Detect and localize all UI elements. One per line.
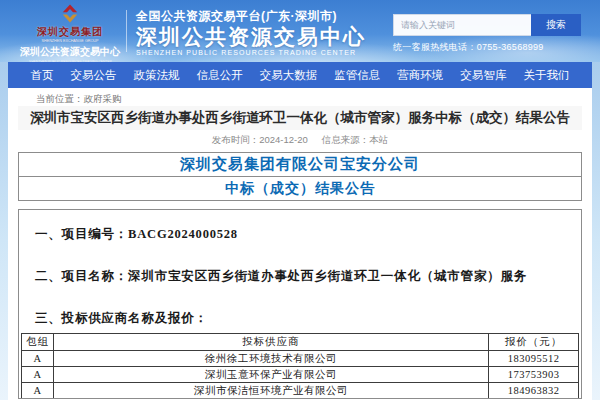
- hotline-text: 统一客服热线电话：0755-36568999: [393, 41, 544, 54]
- platform-name: 全国公共资源交易平台(广东·深圳市): [136, 8, 366, 25]
- site-titles: 全国公共资源交易平台(广东·深圳市) 深圳公共资源交易中心 SHENZHEN P…: [136, 8, 366, 57]
- bid-table-header-row: 包组 投标供应商 报价（元）: [22, 334, 579, 351]
- project-name-line: 二、项目名称：深圳市宝安区西乡街道办事处西乡街道环卫一体化（城市管家）服务: [19, 268, 581, 284]
- info-source: 信息来源：本站: [322, 134, 389, 147]
- nav-item-policies[interactable]: 政策法规: [134, 68, 180, 83]
- result-heading-box: 中标（成交）结果公告: [18, 176, 582, 201]
- nav-item-business-env[interactable]: 营商环境: [397, 68, 443, 83]
- nav-item-home[interactable]: 首页: [31, 68, 54, 83]
- search-input[interactable]: [393, 14, 531, 36]
- nav-item-trade-announcements[interactable]: 交易公告: [71, 68, 117, 83]
- header-banner: 深圳交易集团 SHENZHEN EXCHANGE GROUP 深圳公共资源交易中…: [0, 0, 600, 62]
- cell-supplier: 深圳玉意环保产业有限公司: [54, 367, 489, 383]
- main-nav: 首页 交易公告 政策法规 信息公开 交易大数据 监管信息 营商环境 交易智库 关…: [8, 62, 592, 88]
- logo-group-name-en: SHENZHEN EXCHANGE GROUP: [41, 40, 98, 43]
- nav-item-about-us[interactable]: 关于我们: [523, 68, 569, 83]
- org-heading: 深圳交易集团有限公司宝安分公司: [180, 155, 420, 174]
- breadcrumb-link-gov-procurement[interactable]: 政府采购: [84, 93, 122, 104]
- article-title: 深圳市宝安区西乡街道办事处西乡街道环卫一体化（城市管家）服务中标（成交）结果公告: [30, 109, 570, 127]
- project-number-line: 一、项目编号：BACG2024000528: [19, 226, 581, 242]
- content-panel: 当前位置：政府采购 深圳市宝安区西乡街道办事处西乡街道环卫一体化（城市管家）服务…: [8, 88, 592, 400]
- table-row: A 徐州徐工环境技术有限公司 183095512: [22, 351, 579, 367]
- nav-item-supervision[interactable]: 监管信息: [334, 68, 380, 83]
- cell-package: A: [22, 351, 54, 367]
- breadcrumb: 当前位置：政府采购: [8, 88, 592, 106]
- nav-item-big-data[interactable]: 交易大数据: [260, 68, 318, 83]
- col-header-supplier: 投标供应商: [54, 334, 489, 351]
- breadcrumb-label: 当前位置：: [36, 93, 84, 104]
- bid-table: 包组 投标供应商 报价（元） A 徐州徐工环境技术有限公司 183095512 …: [21, 333, 579, 399]
- search-button[interactable]: 搜索: [531, 14, 581, 36]
- exchange-group-logo-icon: [58, 3, 82, 25]
- table-row-partial: [22, 399, 579, 400]
- table-row: A 深圳玉意环保产业有限公司 173753903: [22, 367, 579, 383]
- cell-supplier: 徐州徐工环境技术有限公司: [54, 351, 489, 367]
- cell-price: 183095512: [489, 351, 579, 367]
- article-meta: 发布时间：2024-12-20 信息来源：本站: [8, 130, 592, 150]
- result-heading: 中标（成交）结果公告: [225, 180, 375, 198]
- article-title-bar: 深圳市宝安区西乡街道办事处西乡街道环卫一体化（城市管家）服务中标（成交）结果公告: [18, 106, 582, 130]
- org-heading-box: 深圳交易集团有限公司宝安分公司: [18, 152, 582, 177]
- logo-group-name: 深圳交易集团: [37, 25, 103, 39]
- cell-price: 184963832: [489, 383, 579, 399]
- announcement-body: 一、项目编号：BACG2024000528 二、项目名称：深圳市宝安区西乡街道办…: [18, 209, 582, 399]
- logo-center-name: 深圳公共资源交易中心: [20, 45, 120, 59]
- cell-package: A: [22, 367, 54, 383]
- header-divider: [126, 10, 127, 52]
- site-title: 深圳公共资源交易中心: [136, 25, 366, 49]
- col-header-price: 报价（元）: [489, 334, 579, 351]
- cell-price: 173753903: [489, 367, 579, 383]
- page: 深圳交易集团 SHENZHEN EXCHANGE GROUP 深圳公共资源交易中…: [0, 0, 600, 400]
- cell-supplier: 深圳市保洁恒环境产业有限公司: [54, 383, 489, 399]
- nav-item-think-tank[interactable]: 交易智库: [460, 68, 506, 83]
- site-logo[interactable]: 深圳交易集团 SHENZHEN EXCHANGE GROUP 深圳公共资源交易中…: [20, 3, 120, 65]
- search-bar: 搜索: [393, 14, 581, 36]
- site-title-en: SHENZHEN PUBLIC RESOURCES TRADING CENTER: [136, 49, 366, 57]
- col-header-package: 包组: [22, 334, 54, 351]
- table-row: A 深圳市保洁恒环境产业有限公司 184963832: [22, 383, 579, 399]
- bidders-section-label: 三、投标供应商名称及报价：: [19, 310, 581, 326]
- publish-time: 发布时间：2024-12-20: [212, 134, 308, 147]
- cell-package: A: [22, 383, 54, 399]
- nav-item-info-disclosure[interactable]: 信息公开: [197, 68, 243, 83]
